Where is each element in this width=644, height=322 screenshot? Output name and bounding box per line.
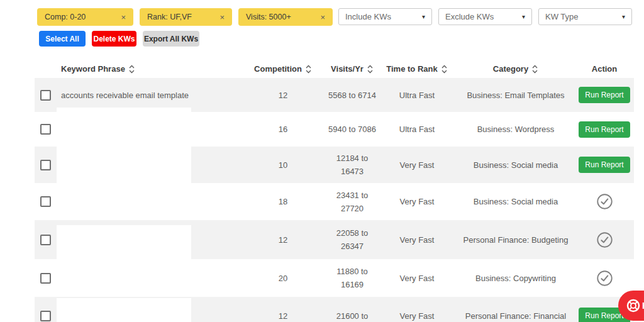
select-all-button[interactable]: Select All [39,31,86,47]
table-row: 20 11880 to16169 Very Fast Business: Cop… [35,259,634,297]
delete-kws-button[interactable]: Delete KWs [92,31,136,47]
sort-icon [128,64,135,74]
time-to-rank-value: Very Fast [377,272,457,285]
time-to-rank-value: Very Fast [377,309,457,322]
row-checkbox[interactable] [40,273,51,284]
exclude-kws-dropdown[interactable]: Exclude KWs ▾ [438,8,532,25]
competition-value: 20 [239,272,327,285]
row-checkbox[interactable] [40,311,51,321]
close-icon[interactable]: × [320,13,325,22]
category-value: Business: Wordpress [457,123,575,136]
table-row: accounts receivable email template 12 55… [35,78,634,112]
chevron-down-icon: ▾ [422,13,425,20]
col-header-action: Action [575,64,634,74]
row-checkbox[interactable] [40,235,51,245]
row-checkbox[interactable] [40,124,51,135]
sort-icon [441,64,448,74]
category-value: Personal Finance: Financial [457,309,575,322]
filter-chip-label: Comp: 0-20 [45,13,86,21]
col-header-visits-yr[interactable]: Visits/Yr [327,64,377,74]
visits-value: 22058 to26347 [327,226,377,253]
table-row: 18 23431 to27720 Very Fast Business: Soc… [35,183,634,220]
table-row: 10 12184 to16473 Very Fast Business: Soc… [35,147,634,183]
visits-value: 11880 to16169 [327,265,377,291]
competition-value: 18 [239,195,327,208]
table-header-row: Keyword Phrase Competition Visits/Yr Tim… [35,60,634,78]
check-circle-icon [596,231,613,248]
row-checkbox[interactable] [40,196,51,207]
chevron-down-icon: ▾ [522,13,525,20]
run-report-button[interactable]: Run Report [579,121,630,138]
filter-chip-rank[interactable]: Rank: UF,VF × [140,8,232,26]
close-icon[interactable]: × [219,13,225,22]
dropdown-label: Include KWs [345,12,391,21]
redacted-keyword [57,183,191,220]
redacted-keyword [57,147,191,183]
category-value: Business: Email Templates [457,89,575,102]
visits-value: 23431 to27720 [327,189,377,215]
dropdown-label: Exclude KWs [445,12,494,21]
run-report-button[interactable]: Run Report [579,87,630,103]
visits-value: 12184 to16473 [327,152,377,178]
filter-chip-label: Visits: 5000+ [246,13,291,21]
keyword-tool-page: Comp: 0-20 × Rank: UF,VF × Visits: 5000+… [0,0,644,322]
chevron-down-icon: ▾ [622,13,625,20]
export-all-kws-button[interactable]: Export All KWs [143,31,199,47]
time-to-rank-value: Ultra Fast [377,123,457,136]
toolbar: Select All Delete KWs Export All KWs [39,31,199,47]
col-header-time-to-rank[interactable]: Time to Rank [377,64,457,74]
table-row: 12 21600 to Very Fast Personal Finance: … [35,297,634,322]
col-header-competition[interactable]: Competition [239,64,327,74]
keyword-phrase: accounts receivable email template [57,89,239,102]
redacted-keyword [57,225,191,259]
check-circle-icon [596,193,613,210]
table-row: 12 22058 to26347 Very Fast Personal Fina… [35,220,634,259]
col-header-keyword-phrase[interactable]: Keyword Phrase [57,64,239,74]
sort-icon [531,64,538,74]
include-kws-dropdown[interactable]: Include KWs ▾ [338,8,432,25]
filter-chip-visits[interactable]: Visits: 5000+ × [238,8,333,26]
competition-value: 16 [239,123,327,136]
competition-value: 12 [239,309,327,322]
visits-value: 21600 to [327,309,377,322]
visits-value: 5568 to 6714 [327,89,377,102]
category-value: Personal Finance: Budgeting [457,233,575,247]
close-icon[interactable]: × [121,13,126,22]
redacted-keyword [57,108,191,147]
sort-icon [305,64,312,74]
dropdown-label: KW Type [545,12,579,21]
visits-value: 5940 to 7086 [327,123,377,136]
col-header-category[interactable]: Category [457,64,575,74]
kw-type-dropdown[interactable]: KW Type ▾ [538,8,632,25]
redacted-keyword [57,298,191,322]
lifebuoy-icon [626,298,641,313]
category-value: Business: Copywriting [457,272,575,285]
competition-value: 12 [239,233,327,247]
redacted-keyword [57,259,191,297]
filter-chip-comp[interactable]: Comp: 0-20 × [37,8,133,26]
sort-icon [367,64,374,74]
filter-chip-label: Rank: UF,VF [147,13,192,21]
time-to-rank-value: Very Fast [377,195,457,208]
filter-chips-bar: Comp: 0-20 × Rank: UF,VF × Visits: 5000+… [37,8,333,26]
competition-value: 10 [239,158,327,172]
table-row: 16 5940 to 7086 Ultra Fast Business: Wor… [35,112,634,147]
keywords-table: Keyword Phrase Competition Visits/Yr Tim… [35,60,634,322]
time-to-rank-value: Very Fast [377,158,457,172]
competition-value: 12 [239,89,327,102]
run-report-button[interactable]: Run Report [579,157,630,173]
category-value: Business: Social media [457,158,575,172]
row-checkbox[interactable] [40,160,51,170]
check-circle-icon [596,270,613,287]
row-checkbox[interactable] [40,90,51,101]
time-to-rank-value: Ultra Fast [377,89,457,102]
help-fab-button[interactable]: H [618,291,644,321]
filter-dropdowns-bar: Include KWs ▾ Exclude KWs ▾ KW Type ▾ [338,8,632,25]
category-value: Business: Social media [457,195,575,208]
time-to-rank-value: Very Fast [377,233,457,247]
